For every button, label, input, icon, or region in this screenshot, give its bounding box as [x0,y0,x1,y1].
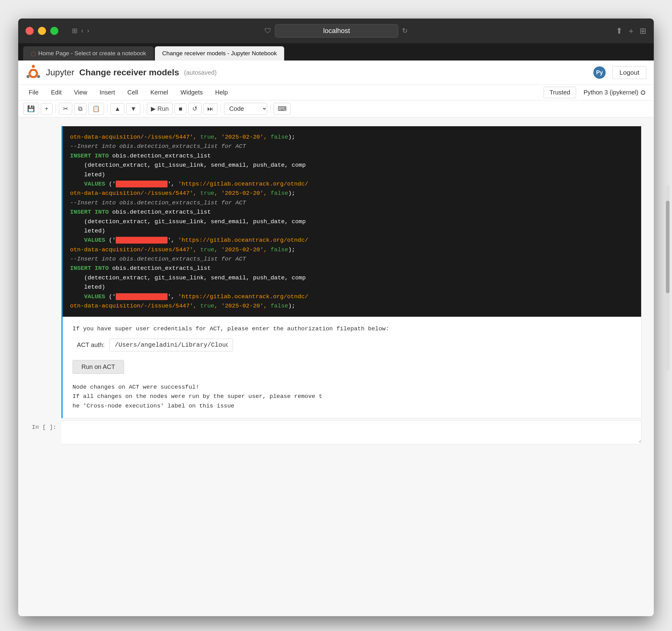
minimize-button[interactable] [38,27,46,35]
python-logo-icon: Py [593,66,606,79]
cut-button[interactable]: ✂ [59,103,72,115]
widget-output: If you have super user credentials for A… [63,317,641,418]
interrupt-button[interactable]: ■ [175,103,186,115]
move-up-button[interactable]: ▲ [111,103,125,115]
forward-icon[interactable]: › [87,27,89,35]
new-tab-icon[interactable]: + [629,26,633,36]
svg-point-0 [32,65,35,68]
jupyter-app: Jupyter Change receiver models (autosave… [18,61,654,616]
menu-cell[interactable]: Cell [122,87,143,98]
act-auth-row: ACT auth: [72,338,631,351]
run-icon: ▶ [151,105,155,112]
code-line-cols-2b: leted) [70,226,634,236]
traffic-lights [26,27,58,35]
code-line-values-2: VALUES ('██████████████', 'https://gitla… [70,236,634,245]
svg-text:Py: Py [596,69,603,76]
code-line-cols-3b: leted) [70,282,634,292]
address-bar: 🛡 localhost ↻ [264,24,408,38]
menu-kernel[interactable]: Kernel [145,87,174,98]
move-down-button[interactable]: ▼ [126,103,140,115]
url-input[interactable]: localhost [275,24,398,38]
menu-file[interactable]: File [23,87,44,98]
nav-buttons: ⊞ ‹ › [66,27,90,35]
security-icon: 🛡 [264,27,271,35]
code-line-cols-1b: leted) [70,170,634,179]
menu-insert[interactable]: Insert [94,87,121,98]
scrollbar-thumb[interactable] [666,201,670,293]
trusted-button[interactable]: Trusted [544,87,576,98]
titlebar: ⊞ ‹ › 🛡 localhost ↻ ⬆ + ⊞ [18,19,654,43]
redacted-value-2: ██████████████ [116,237,168,243]
empty-cell[interactable] [62,421,642,444]
kernel-indicator [641,90,645,95]
redacted-value-1: ██████████████ [116,181,168,187]
toolbar-divider-3 [143,104,144,114]
jupyter-brand: Jupyter [46,68,74,77]
logout-button[interactable]: Logout [613,66,646,79]
menu-view[interactable]: View [69,87,93,98]
jupyter-logo-icon [26,65,41,80]
reload-icon[interactable]: ↻ [402,27,408,35]
kernel-name: Python 3 (ipykernel) [583,89,639,96]
jupyter-header: Jupyter Change receiver models (autosave… [18,61,654,85]
empty-cell-label: In [ ]: [30,421,62,431]
code-line-comment-3: --Insert into obis.detection_extracts_li… [70,254,634,264]
code-line-cols-2: (detection_extract, git_issue_link, send… [70,217,634,226]
restart-run-button[interactable]: ⏭ [203,103,217,115]
code-line-cols-3: (detection_extract, git_issue_link, send… [70,273,634,282]
jupyter-tab-icon: ◌ [30,50,36,57]
output-line-2: If all changes on the nodes were run by … [72,392,631,401]
toolbar-divider-4 [221,104,221,114]
code-line-insert-1: INSERT INTO obis.detection_extracts_list [70,151,634,161]
code-line-1: otn-data-acquisition/-/issues/5447', tru… [70,133,634,142]
code-line-comment-1: --Insert into obis.detection_extracts_li… [70,142,634,151]
copy-button[interactable]: ⧉ [74,103,87,115]
restart-button[interactable]: ↺ [188,103,201,115]
jupyter-header-right: Py Logout [593,66,646,79]
tab-bar: ◌ Home Page - Select or create a noteboo… [18,43,654,61]
code-line-values-1b: otn-data-acquisition/-/issues/5447', tru… [70,189,634,198]
tab-home-label: Home Page - Select or create a notebook [38,50,146,57]
tab-notebook-label: Change receiver models - Jupyter Noteboo… [162,50,277,57]
scrollbar[interactable] [666,185,670,370]
tab-notebook[interactable]: Change receiver models - Jupyter Noteboo… [155,46,285,61]
menu-edit[interactable]: Edit [45,87,67,98]
browser-window: ⊞ ‹ › 🛡 localhost ↻ ⬆ + ⊞ ◌ Home Page - … [18,19,654,616]
run-on-act-button[interactable]: Run on ACT [72,360,124,374]
add-cell-button[interactable]: + [41,103,52,115]
toolbar: 💾 + ✂ ⧉ 📋 ▲ ▼ ▶ Run ■ ↺ ⏭ Code ⌨ [18,100,654,117]
menu-bar: File Edit View Insert Cell Kernel Widget… [18,85,654,100]
code-line-comment-2: --Insert into obis.detection_extracts_li… [70,198,634,207]
code-line-cols-1: (detection_extract, git_issue_link, send… [70,161,634,170]
save-button[interactable]: 💾 [23,103,39,115]
back-icon[interactable]: ‹ [81,27,83,35]
empty-cell-input[interactable] [63,421,641,443]
output-text: Node changes on ACT were successful! If … [72,382,631,411]
act-auth-label: ACT auth: [72,340,110,350]
maximize-button[interactable] [50,27,58,35]
code-line-insert-3: INSERT INTO obis.detection_extracts_list [70,264,634,273]
keyboard-button[interactable]: ⌨ [274,103,291,115]
menu-widgets[interactable]: Widgets [175,87,208,98]
sidebar-toggle-icon[interactable]: ⊞ [72,27,77,35]
cell-type-select[interactable]: Code [224,103,267,115]
notebook-name: Change receiver models [79,68,179,77]
share-icon[interactable]: ⬆ [616,26,623,36]
code-line-values-1: VALUES ('██████████████', 'https://gitla… [70,179,634,189]
code-url-1: otn-data-acquisition/-/issues/5447', [70,134,200,140]
close-button[interactable] [26,27,33,35]
prompt-text: If you have super user credentials for A… [72,324,631,333]
cell-label [30,126,62,130]
code-line-values-3b: otn-data-acquisition/-/issues/5447', tru… [70,301,634,310]
empty-cell-container: In [ ]: [18,421,654,444]
toolbar-divider-1 [55,104,56,114]
code-output: otn-data-acquisition/-/issues/5447', tru… [63,126,641,317]
paste-button[interactable]: 📋 [88,103,104,115]
svg-point-2 [37,75,40,78]
menu-help[interactable]: Help [210,87,233,98]
act-auth-input[interactable] [110,338,233,351]
titlebar-actions: ⬆ + ⊞ [616,26,646,36]
tab-home[interactable]: ◌ Home Page - Select or create a noteboo… [23,46,154,61]
run-button[interactable]: ▶ Run [147,103,173,115]
tabs-icon[interactable]: ⊞ [640,26,646,36]
